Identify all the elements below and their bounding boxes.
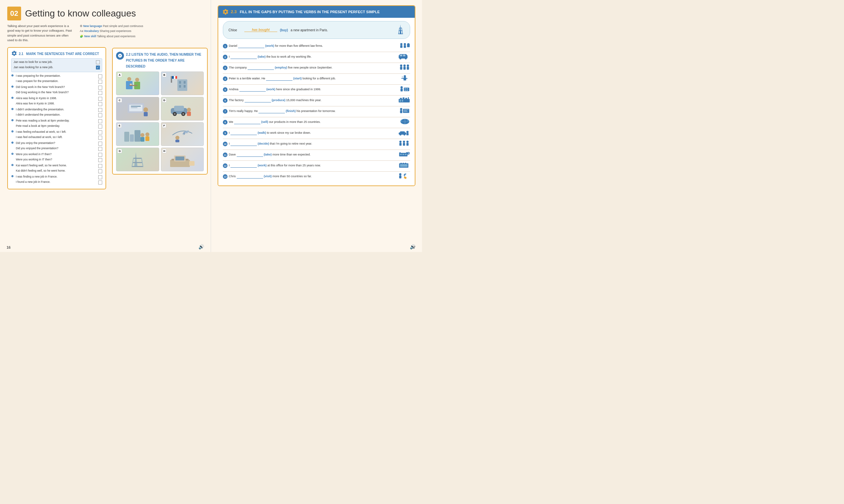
vocabulary-label: Vocabulary: [84, 29, 100, 33]
svg-point-103: [407, 131, 409, 133]
svg-rect-92: [403, 110, 407, 111]
chapter-header: 02 Getting to know colleagues: [7, 6, 203, 20]
vocabulary-row: Aa Vocabulary Sharing past experiences: [80, 29, 143, 34]
checkbox-example-1[interactable]: [96, 60, 100, 64]
section-21-header: 2.1 MARK THE SENTENCES THAT ARE CORRECT: [11, 50, 102, 56]
audio-icon-right[interactable]: 🔊: [410, 244, 415, 249]
svg-point-68: [407, 65, 409, 67]
cb-8a[interactable]: [98, 153, 102, 157]
cb-2b[interactable]: [98, 91, 102, 95]
section-23-gear-icon: [222, 8, 229, 15]
cb-5a[interactable]: [98, 119, 102, 123]
svg-rect-115: [402, 154, 404, 155]
image-F: F: [161, 122, 204, 146]
example-item-1: Jan was to look for a new job.: [14, 60, 100, 64]
svg-point-54: [404, 43, 406, 46]
cb-7b[interactable]: [98, 147, 102, 151]
svg-point-34: [145, 132, 149, 137]
ex-blank-6[interactable]: [245, 98, 271, 103]
image-B: B: [161, 71, 204, 95]
ex-blank-11[interactable]: [237, 153, 263, 157]
svg-rect-44: [175, 157, 184, 160]
page-number-left: 16: [6, 246, 11, 249]
cb-10a[interactable]: [98, 175, 102, 179]
ex-blank-8[interactable]: [234, 120, 260, 125]
ex-num-8: 8: [223, 120, 227, 125]
ex-icon-3: [399, 64, 410, 72]
cb-6a[interactable]: [98, 130, 102, 134]
exercise-row-3: 3 The company (employ) five new people s…: [223, 64, 410, 72]
cb-2a[interactable]: [98, 86, 102, 90]
ex-blank-12[interactable]: [230, 164, 257, 168]
exercise-row-13: 13 Chris (visit) more than 50 countries …: [223, 173, 410, 181]
svg-rect-35: [145, 137, 149, 141]
ex-blank-3[interactable]: [247, 66, 274, 70]
right-page: 2.3 FILL IN THE GAPS BY PUTTING THE VERB…: [211, 0, 422, 252]
image-C: C: [116, 97, 159, 121]
ex-blank-5[interactable]: [239, 88, 266, 92]
cb-1b[interactable]: [98, 80, 102, 84]
cb-3b[interactable]: [98, 102, 102, 106]
ex-blank-13[interactable]: [237, 175, 263, 179]
svg-rect-84: [405, 98, 407, 100]
scene-C-svg: [123, 100, 152, 118]
cb-4b[interactable]: [98, 113, 102, 117]
ex-blank-2[interactable]: [230, 55, 257, 59]
ex-blank-1[interactable]: [238, 44, 264, 49]
svg-rect-28: [187, 112, 191, 116]
image-A: A: [116, 71, 159, 95]
svg-rect-67: [403, 67, 406, 70]
sentence-pair-1: ❶ I was preparing for the presentation. …: [11, 74, 102, 84]
cb-5b[interactable]: [98, 125, 102, 128]
ex-blank-4[interactable]: [266, 77, 292, 81]
example-name: Chloe: [228, 28, 242, 32]
svg-rect-48: [399, 30, 402, 31]
cb-8b[interactable]: [98, 158, 102, 162]
ex-num-4: 4: [223, 76, 227, 81]
svg-point-107: [403, 141, 405, 143]
svg-rect-106: [399, 143, 401, 146]
ex-icon-7: [399, 107, 410, 115]
ex-blank-10[interactable]: [230, 142, 257, 146]
svg-rect-104: [407, 133, 409, 136]
sentence-pair-2: ❷ Did Greg work in the New York branch? …: [11, 85, 102, 95]
image-label-B: B: [162, 73, 167, 77]
cb-9a[interactable]: [98, 164, 102, 168]
cb-6b[interactable]: [98, 136, 102, 140]
cb-4a[interactable]: [98, 108, 102, 112]
svg-rect-110: [407, 143, 409, 146]
audio-icon-left[interactable]: 🔊: [199, 244, 204, 249]
cb-3a[interactable]: [98, 97, 102, 101]
exercise-row-7: 7 Tim's really happy. He (finish) his pr…: [223, 107, 410, 115]
svg-rect-33: [140, 137, 144, 142]
svg-rect-57: [408, 43, 409, 44]
svg-rect-60: [400, 55, 402, 56]
ex-text-7: Tim's really happy. He (finish) his pres…: [229, 109, 396, 114]
ex-blank-7[interactable]: [258, 109, 285, 114]
checkbox-example-2[interactable]: ✓: [96, 66, 100, 70]
ex-icon-6: [398, 96, 410, 104]
cb-1a[interactable]: [98, 74, 102, 78]
cb-9b[interactable]: [98, 169, 102, 173]
sentence-pair-5: ❺ Pete was reading a book at 9pm yesterd…: [11, 119, 102, 128]
exercise-row-11: 11 Dave (take) more time than we expecte…: [223, 151, 410, 159]
svg-rect-55: [404, 45, 406, 48]
svg-rect-4: [129, 85, 137, 86]
svg-rect-79: [404, 90, 406, 91]
sentence-pair-8: ❽ Were you worked in IT then? Were you w…: [11, 152, 102, 162]
example-answer: has bought: [244, 28, 277, 32]
cb-10b[interactable]: [98, 181, 102, 184]
cb-7a[interactable]: [98, 142, 102, 146]
svg-rect-29: [124, 132, 129, 142]
svg-rect-13: [174, 76, 175, 79]
svg-rect-126: [399, 176, 401, 179]
example-item-2: Jan was looking for a new job. ✓: [14, 65, 100, 70]
sentence-pair-3: ❸ Akira was living in Kyoto in 1998. Aki…: [11, 96, 102, 106]
svg-rect-83: [402, 97, 404, 100]
section-22-num-title: 2.2 LISTEN TO THE AUDIO, THEN NUMBER THE…: [126, 51, 204, 69]
svg-rect-86: [400, 100, 401, 102]
section-23-title: 2.3 FILL IN THE GAPS BY PUTTING THE VERB…: [231, 9, 380, 15]
ex-blank-9[interactable]: [230, 131, 257, 136]
ex-num-12: 12: [223, 163, 227, 168]
section-gear-icon: [11, 50, 17, 56]
